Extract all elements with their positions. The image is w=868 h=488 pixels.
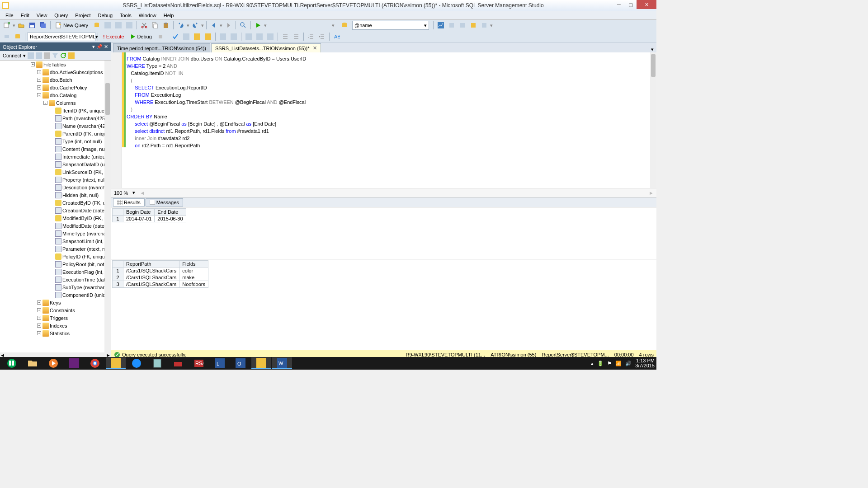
results-text-button[interactable] [244, 32, 254, 42]
tree-node[interactable]: Property (ntext, null) [0, 176, 111, 183]
tray-arrow-icon[interactable]: ▴ [591, 361, 594, 366]
parse-button[interactable] [170, 32, 180, 42]
find-button[interactable] [238, 20, 248, 30]
word-app[interactable]: W [272, 357, 292, 369]
indent-button[interactable] [306, 32, 316, 42]
menu-query[interactable]: Query [51, 13, 71, 18]
cancel-query-button[interactable] [156, 32, 165, 42]
menu-help[interactable]: Help [160, 13, 178, 18]
cell[interactable]: 3 [113, 281, 123, 288]
cut-button[interactable] [139, 20, 149, 30]
maximize-button[interactable]: ▢ [625, 0, 637, 9]
media-player-app[interactable] [43, 357, 63, 369]
paste-button[interactable] [161, 20, 171, 30]
tree-node[interactable]: ModifiedByID (FK, ur [0, 214, 111, 222]
new-query-button[interactable]: New Query [53, 20, 91, 30]
col-header[interactable]: End Date [155, 209, 186, 216]
undo-button[interactable] [176, 20, 186, 30]
menu-project[interactable]: Project [71, 13, 94, 18]
debug-button[interactable]: Debug [127, 34, 154, 39]
intellisense-button[interactable] [203, 32, 213, 42]
refresh-icon[interactable] [60, 52, 66, 59]
results-file-button[interactable] [265, 32, 275, 42]
tree-node[interactable]: Parameter (ntext, nu [0, 245, 111, 253]
sql-editor[interactable]: FROM Catalog INNER JOIN dbo.Users ON Cat… [111, 52, 656, 188]
expand-toggle[interactable]: + [37, 308, 41, 312]
cell[interactable]: /Cars1/SQLShackCars [123, 267, 179, 274]
xmla-query-button[interactable] [124, 20, 134, 30]
tree-node[interactable]: CreationDate (dateti [0, 206, 111, 214]
col-header[interactable] [113, 209, 123, 216]
zoom-select[interactable]: 100 % [114, 190, 128, 196]
tree-node[interactable]: CreatedByID (FK, uni [0, 199, 111, 206]
expand-toggle[interactable]: + [31, 62, 35, 66]
file-explorer-app[interactable] [23, 357, 42, 369]
script-icon[interactable] [68, 52, 75, 59]
tree-node[interactable]: PolicyRoot (bit, not r [0, 260, 111, 268]
tree-node[interactable]: Type (int, not null) [0, 137, 111, 145]
tree-node[interactable]: MimeType (nvarchar [0, 230, 111, 237]
include-plan-button[interactable] [218, 32, 228, 42]
minimize-button[interactable]: ─ [613, 0, 625, 9]
menu-tools[interactable]: Tools [116, 13, 135, 18]
lync-app[interactable]: L [210, 357, 230, 369]
stop-icon[interactable] [44, 52, 50, 59]
tree-scrollbar[interactable] [104, 61, 111, 352]
connect-icon[interactable] [28, 52, 34, 59]
menu-file[interactable]: File [2, 13, 17, 18]
dropdown-icon[interactable]: ▾ [92, 44, 95, 50]
properties-button[interactable] [479, 20, 489, 30]
results-pane-2[interactable]: ReportPathFields1/Cars1/SQLShackCarscolo… [111, 259, 656, 350]
tree-node[interactable]: ParentID (FK, unique [0, 130, 111, 137]
results-grid-2[interactable]: ReportPathFields1/Cars1/SQLShackCarscolo… [112, 260, 208, 288]
database-select[interactable]: ReportServer$STEVETOPML▾ [28, 32, 95, 41]
expand-toggle[interactable]: + [37, 324, 41, 328]
tree-node[interactable]: +Statistics [0, 329, 111, 337]
col-header[interactable]: ReportPath [123, 261, 179, 267]
tree-node[interactable]: SnapshotDataID (un [0, 160, 111, 168]
disconnect-icon[interactable] [36, 52, 42, 59]
tree-node[interactable]: ItemID (PK, uniqueid [0, 107, 111, 114]
tree-node[interactable]: Name (nvarchar(425 [0, 122, 111, 130]
notepad-app[interactable] [147, 357, 167, 369]
tree-node[interactable]: Content (image, null [0, 145, 111, 153]
registered-servers-button[interactable] [447, 20, 457, 30]
results-tab[interactable]: Results [113, 198, 145, 206]
start-button[interactable] [253, 20, 263, 30]
nav-back-button[interactable] [209, 20, 219, 30]
tree-node[interactable]: +Triggers [0, 314, 111, 322]
tree-node[interactable]: Path (nvarchar(425), [0, 114, 111, 122]
tree-node[interactable]: ExecutionTime (date [0, 276, 111, 283]
nav-fwd-button[interactable] [223, 20, 233, 30]
flag-icon[interactable]: ⚑ [607, 361, 612, 366]
cell[interactable]: 2014-07-01 [123, 216, 155, 222]
editor-scrollbar[interactable] [650, 52, 656, 188]
col-header[interactable]: Fields [179, 261, 208, 267]
tree-node[interactable]: ModifiedDate (date [0, 222, 111, 230]
results-grid-1[interactable]: Begin DateEnd Date12014-07-012015-06-30 [112, 208, 186, 222]
tree-node[interactable]: SnapshotLimit (int, n [0, 237, 111, 245]
expand-toggle[interactable]: + [37, 316, 41, 320]
object-tree[interactable]: +FileTables+dbo.ActiveSubscriptions+dbo.… [0, 61, 111, 352]
close-panel-icon[interactable]: ✕ [104, 44, 108, 50]
ie-app[interactable] [127, 357, 146, 369]
tree-node[interactable]: +dbo.ActiveSubscriptions [0, 68, 111, 76]
expand-toggle[interactable]: + [37, 70, 41, 74]
tree-node[interactable]: +dbo.Batch [0, 76, 111, 84]
tab-time-period[interactable]: Time period report...TRION\ssimon (54)) [113, 43, 210, 52]
cell[interactable]: Noofdoors [179, 281, 208, 288]
tree-node[interactable]: LinkSourceID (FK, un [0, 168, 111, 176]
cell[interactable]: 1 [113, 216, 123, 222]
rsa-app[interactable]: RSA [189, 357, 209, 369]
messages-tab[interactable]: Messages [146, 198, 183, 206]
battery-icon[interactable]: 🔋 [597, 361, 604, 366]
outdent-button[interactable] [317, 32, 327, 42]
template-explorer-button[interactable] [468, 20, 478, 30]
tab-ssrs-list[interactable]: SSRS_ListDatasets...TRION\ssimon (55))*✕ [211, 43, 321, 52]
cell[interactable]: color [179, 267, 208, 274]
tree-node[interactable]: Description (nvarcha [0, 183, 111, 191]
expand-toggle[interactable]: + [37, 78, 41, 82]
redo-button[interactable] [190, 20, 200, 30]
connect-button[interactable] [2, 32, 12, 42]
cell[interactable]: 2 [113, 274, 123, 281]
